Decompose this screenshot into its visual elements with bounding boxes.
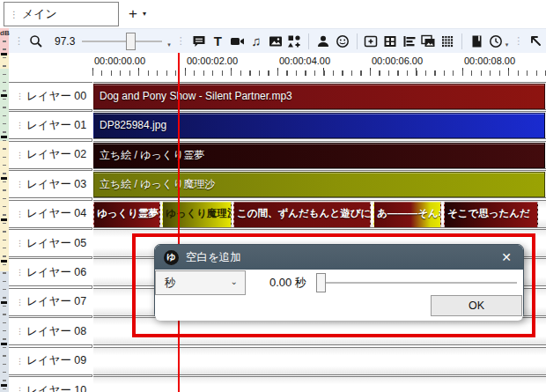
layer-header-09[interactable]: ⋮レイヤー 09 [9,347,92,375]
smiley-icon[interactable] [333,32,352,51]
time-ruler[interactable]: 00:00:00.00 00:00:02.00 00:00:04.00 00:0… [9,53,546,82]
tab-bar: ⋮ メイン + ▾ [0,0,546,28]
drag-handle-icon[interactable]: ⋮ [4,10,22,19]
close-icon[interactable]: ✕ [498,249,514,265]
track-row-02[interactable]: 立ち絵 / ゆっくり霊夢 [93,141,546,169]
ok-button[interactable]: OK [431,295,522,316]
track-row-00[interactable]: Dog and Pony Show - Silent Partner.mp3 [93,82,546,110]
duration-slider-thumb[interactable] [316,273,326,292]
layer-header-01[interactable]: ⋮レイヤー 01 [9,111,92,139]
timeline-item-audio[interactable]: Dog and Pony Show - Silent Partner.mp3 [93,84,545,109]
chart-icon[interactable] [400,32,419,51]
tab-menu-arrow-icon[interactable]: ▾ [143,7,146,21]
voice-clip[interactable]: ゆっくり霊夢だ [93,202,160,227]
layer-label: レイヤー 01 [26,118,86,133]
layer-drag-handle-icon[interactable]: ⋮ [9,268,26,277]
person-icon[interactable] [314,32,333,51]
duration-slider[interactable] [316,270,519,295]
layer-drag-handle-icon[interactable]: ⋮ [9,298,26,307]
book-icon[interactable] [467,32,486,51]
layer-header-06[interactable]: ⋮レイヤー 06 [9,258,92,286]
db-label: dB [0,29,9,37]
toolbar-drag-handle-icon[interactable]: ⋮ [9,35,26,47]
text-icon[interactable]: T [208,32,227,51]
layer-label: レイヤー 07 [26,294,86,309]
duration-slider-track[interactable] [318,282,517,284]
layer-header-04[interactable]: ⋮レイヤー 04 [9,200,92,228]
dialog-title-bar[interactable]: ゆ 空白を追加 ✕ [155,245,523,270]
zoom-slider[interactable] [82,33,162,50]
layer-drag-handle-icon[interactable]: ⋮ [9,239,26,248]
playhead-line[interactable] [178,53,180,392]
layer-drag-handle-icon[interactable]: ⋮ [9,357,26,366]
track-row-08[interactable] [93,317,546,345]
slider-dropdown-icon[interactable]: ▾ [167,41,171,48]
layer-label: レイヤー 08 [26,324,86,339]
film-pattern-icon[interactable] [380,32,400,51]
add-frame-icon[interactable] [362,32,381,51]
timeline-area[interactable]: Dog and Pony Show - Silent Partner.mp3 D… [93,82,546,392]
timeline-item-image[interactable]: DP825984.jpg [93,113,545,138]
grid-icon[interactable] [439,32,458,51]
app-logo-icon: ゆ [164,250,179,265]
layer-drag-handle-icon[interactable]: ⋮ [9,180,26,189]
layer-header-07[interactable]: ⋮レイヤー 07 [9,288,92,316]
time-label: 00:00:08.00 [464,55,515,66]
layer-drag-handle-icon[interactable]: ⋮ [9,386,26,392]
layer-drag-handle-icon[interactable]: ⋮ [9,151,26,159]
track-row-03[interactable]: 立ち絵 / ゆっくり魔理沙 [93,170,546,198]
track-row-01[interactable]: DP825984.jpg [93,111,546,139]
shapes-add-icon[interactable] [284,32,304,51]
timeline-toolbar: ⋮ 97.3 ▾ ⋮ T ♫ [9,28,546,53]
magnifier-icon[interactable] [26,32,46,51]
voice-clip[interactable]: あ―――そんなことも [373,202,441,227]
voice-clip[interactable]: ゆっくり魔理沙 [162,202,232,227]
tab-main[interactable]: ⋮ メイン [4,2,119,26]
time-label: 00:00:06.00 [372,55,423,66]
clock-icon[interactable] [486,32,505,51]
db-meter-strip: dB [0,28,9,392]
layer-header-05[interactable]: ⋮レイヤー 05 [9,229,92,257]
clock-dropdown-icon[interactable]: ▾ [505,41,509,48]
arrow-up-left-icon[interactable] [527,32,546,51]
layer-header-03[interactable]: ⋮レイヤー 03 [9,170,92,198]
track-row-04[interactable]: ゆっくり霊夢だ ゆっくり魔理沙 この間、ずんだもんと遊びに行 あ―――そんなこと… [93,200,546,228]
unit-select[interactable]: 秒 ⌄ [155,270,246,295]
layer-label: レイヤー 03 [26,177,86,192]
toolbar-group-handle-icon: ⋮ [176,35,186,47]
dialog-body: 秒 ⌄ 0.00 秒 OK [155,270,523,321]
layer-header-02[interactable]: ⋮レイヤー 02 [9,141,92,169]
layer-drag-handle-icon[interactable]: ⋮ [9,121,26,129]
track-row-10[interactable] [93,376,546,392]
layer-header-08[interactable]: ⋮レイヤー 08 [9,317,92,345]
time-label: 00:00:00.00 [94,55,145,66]
music-note-icon[interactable]: ♫ [247,32,266,51]
image-icon[interactable] [266,32,285,51]
layer-header-00[interactable]: ⋮レイヤー 00 [9,82,92,110]
voice-clip[interactable]: この間、ずんだもんと遊びに行 [233,202,371,227]
toolbar-separator [357,33,358,49]
ruler-minor-ticks [92,70,546,76]
time-label: 00:00:02.00 [187,55,238,66]
layer-drag-handle-icon[interactable]: ⋮ [9,327,26,336]
layer-label: レイヤー 05 [26,236,86,251]
track-row-09[interactable] [93,347,546,375]
time-label: 00:00:04.00 [279,55,330,66]
zoom-slider-thumb[interactable] [126,33,136,50]
timeline-item-tachie-reimu[interactable]: 立ち絵 / ゆっくり霊夢 [93,143,545,168]
photos-icon[interactable] [419,32,439,51]
layer-drag-handle-icon[interactable]: ⋮ [9,210,26,218]
zoom-slider-track[interactable] [82,41,162,42]
timeline-item-tachie-marisa[interactable]: 立ち絵 / ゆっくり魔理沙 [93,172,545,197]
layer-drag-handle-icon[interactable]: ⋮ [9,92,26,100]
dialog-title: 空白を追加 [186,250,241,265]
comment-icon[interactable] [189,32,209,51]
layer-header-10[interactable]: ⋮レイヤー 10 [9,376,92,392]
layer-label: レイヤー 00 [26,89,86,104]
layer-label: レイヤー 04 [26,206,86,221]
video-camera-icon[interactable] [227,32,247,51]
add-tab-button[interactable]: + [124,4,142,25]
unit-select-value: 秒 [165,276,176,291]
voice-clip[interactable]: そこで思ったんだ [444,202,538,227]
app-window: ⋮ メイン + ▾ ⋮ 97.3 ▾ ⋮ T ♫ [0,0,546,392]
